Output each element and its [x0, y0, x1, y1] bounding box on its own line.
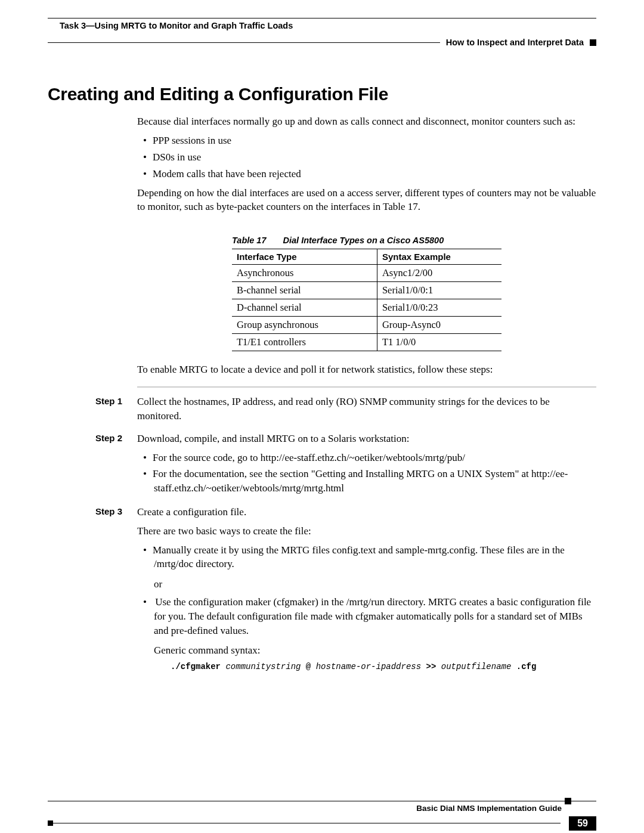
after-table-paragraph: To enable MRTG to locate a device and po…	[137, 363, 596, 377]
cell: D-channel serial	[232, 299, 377, 317]
col-header: Syntax Example	[377, 249, 501, 265]
cell: Group-Async0	[377, 317, 501, 334]
cell: Asynchronous	[232, 265, 377, 282]
list-item: Use the configuration maker (cfgmaker) i…	[137, 595, 596, 673]
intro-paragraph: Because dial interfaces normally go up a…	[137, 115, 596, 129]
step-text: Download, compile, and install MRTG on t…	[137, 432, 596, 446]
list-item: Manually create it by using the MRTG fil…	[137, 543, 596, 572]
cell: Group asynchronous	[232, 317, 377, 334]
or-text: or	[154, 577, 596, 592]
step-row: Step 2 Download, compile, and install MR…	[95, 432, 596, 501]
cell: T1/E1 controllers	[232, 334, 377, 351]
list-item: For the source code, go to http://ee-sta…	[137, 451, 596, 465]
rule-line	[48, 42, 440, 43]
step-subtext: There are two basic ways to create the f…	[137, 524, 596, 538]
cell: Async1/2/00	[377, 265, 501, 282]
cell: Serial1/0/0:23	[377, 299, 501, 317]
step-text: Create a configuration file.	[137, 505, 596, 519]
square-icon	[565, 798, 571, 804]
table-row: T1/E1 controllers T1 1/0/0	[232, 334, 501, 351]
body-block: Because dial interfaces normally go up a…	[137, 115, 596, 377]
step-row: Step 1 Collect the hostnames, IP address…	[95, 395, 596, 428]
code-token: hostname-or-ipaddress	[316, 662, 421, 671]
cell: T1 1/0/0	[377, 334, 501, 351]
intro2-paragraph: Depending on how the dial interfaces are…	[137, 187, 596, 214]
step-label: Step 2	[95, 432, 137, 443]
steps-rule	[137, 386, 596, 388]
interface-table: Interface Type Syntax Example Asynchrono…	[232, 249, 501, 351]
footer: Basic Dial NMS Implementation Guide 59	[48, 801, 596, 813]
page-number: 59	[569, 816, 596, 831]
list-item: For the documentation, see the section "…	[137, 467, 596, 496]
code-token: outputfilename	[441, 662, 512, 671]
cell: Serial1/0/0:1	[377, 282, 501, 299]
list-item: PPP sessions in use	[137, 134, 596, 148]
guide-title: Basic Dial NMS Implementation Guide	[48, 801, 596, 813]
footer-low-rule	[48, 823, 561, 823]
step-label: Step 1	[95, 395, 137, 406]
header-sub-rule: How to Inspect and Interpret Data	[48, 34, 596, 51]
task-header: Task 3—Using MRTG to Monitor and Graph T…	[48, 18, 596, 34]
square-icon	[590, 39, 596, 46]
list-item-text: Use the configuration maker (cfgmaker) i…	[154, 596, 591, 636]
table-caption: Table 17 Dial Interface Types on a Cisco…	[232, 236, 501, 245]
page: Task 3—Using MRTG to Monitor and Graph T…	[0, 0, 644, 833]
generic-syntax-label: Generic command syntax:	[154, 643, 596, 658]
step-text: Collect the hostnames, IP address, and r…	[137, 395, 596, 423]
step-bullets: For the source code, go to http://ee-sta…	[137, 451, 596, 496]
corner-square-icon	[48, 820, 53, 826]
section-title: Creating and Editing a Configuration Fil…	[48, 84, 596, 104]
step-body: Create a configuration file. There are t…	[137, 505, 596, 679]
table-row: B-channel serial Serial1/0/0:1	[232, 282, 501, 299]
step-bullets: Use the configuration maker (cfgmaker) i…	[137, 595, 596, 673]
code-line: ./cfgmaker communitystring @ hostname-or…	[171, 661, 596, 673]
col-header: Interface Type	[232, 249, 377, 265]
code-token: communitystring	[225, 662, 301, 671]
list-item: DS0s in use	[137, 150, 596, 165]
table-row: Group asynchronous Group-Async0	[232, 317, 501, 334]
cell: B-channel serial	[232, 282, 377, 299]
subsection-title: How to Inspect and Interpret Data	[446, 34, 584, 51]
step-label: Step 3	[95, 505, 137, 516]
step-body: Download, compile, and install MRTG on t…	[137, 432, 596, 501]
table-number: Table 17	[232, 236, 281, 245]
code-token: ./cfgmaker	[171, 662, 221, 671]
code-token: .cfg	[516, 662, 537, 671]
step-body: Collect the hostnames, IP address, and r…	[137, 395, 596, 428]
list-item: Modem calls that have been rejected	[137, 167, 596, 181]
code-token: @	[306, 662, 311, 671]
intro-bullets: PPP sessions in use DS0s in use Modem ca…	[137, 134, 596, 181]
step-bullets: Manually create it by using the MRTG fil…	[137, 543, 596, 572]
table-row: D-channel serial Serial1/0/0:23	[232, 299, 501, 317]
table-title: Dial Interface Types on a Cisco AS5800	[283, 236, 444, 245]
table-row: Asynchronous Async1/2/00	[232, 265, 501, 282]
code-token: >>	[426, 662, 436, 671]
table-wrap: Table 17 Dial Interface Types on a Cisco…	[137, 219, 596, 363]
step-row: Step 3 Create a configuration file. Ther…	[95, 505, 596, 679]
